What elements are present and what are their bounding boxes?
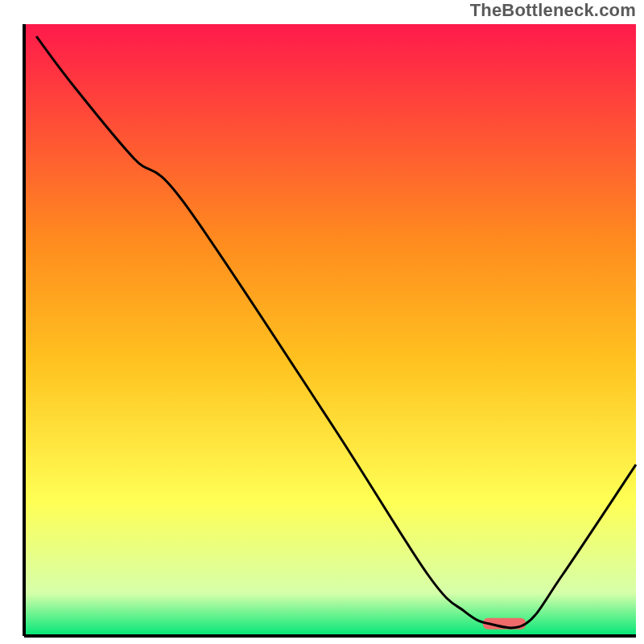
watermark-label: TheBottleneck.com <box>470 0 636 21</box>
bottleneck-chart <box>0 0 644 644</box>
plot-gradient-bg <box>24 24 636 636</box>
